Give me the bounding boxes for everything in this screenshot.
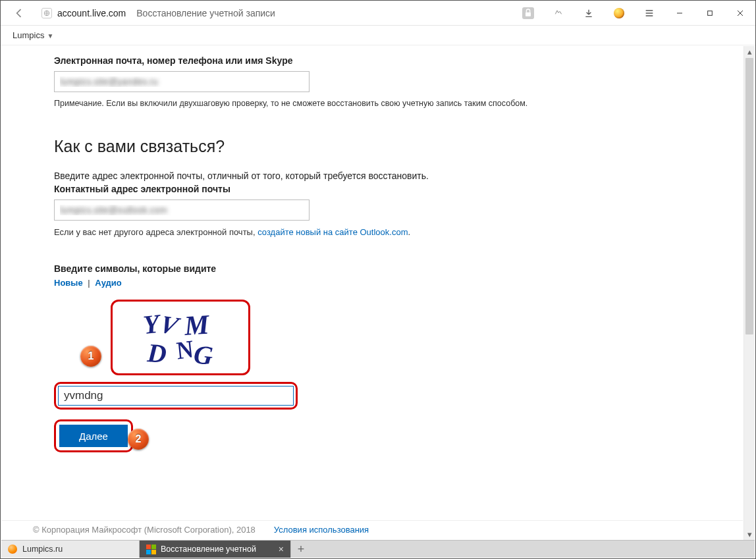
address-bar[interactable]: account.live.com Восстановление учетной … <box>38 8 513 18</box>
tab-strip: Lumpics.ru Восстановление учетной × + <box>1 540 755 558</box>
site-identity-icon <box>41 8 52 18</box>
menu-icon[interactable] <box>634 1 664 26</box>
svg-text:V: V <box>157 310 184 339</box>
bookmark-folder[interactable]: Lumpics▼ <box>13 30 53 40</box>
tab-label: Lumpics.ru <box>22 545 63 554</box>
scroll-up-icon[interactable]: ▴ <box>744 46 755 57</box>
page-viewport: Электронная почта, номер телефона или им… <box>1 46 755 540</box>
bookmarks-bar: Lumpics▼ <box>1 26 755 45</box>
no-email-prefix: Если у вас нет другого адреса электронно… <box>54 227 257 237</box>
extension-icon[interactable] <box>604 1 634 26</box>
tab-favicon-ms-icon <box>146 545 155 554</box>
annotation-badge-2: 2 <box>128 429 149 450</box>
next-button[interactable]: Далее <box>59 425 128 447</box>
tab-favicon-orange-icon <box>8 545 17 554</box>
separator: | <box>88 278 90 288</box>
svg-text:D: D <box>146 338 167 369</box>
email-input[interactable] <box>54 71 310 92</box>
tab-label: Восстановление учетной <box>161 545 256 554</box>
next-button-frame: Далее <box>54 419 133 452</box>
tab-lumpics[interactable]: Lumpics.ru <box>1 541 140 558</box>
captcha-new-link[interactable]: Новые <box>54 278 83 288</box>
create-outlook-link[interactable]: создайте новый на сайте Outlook.com <box>257 227 408 237</box>
email-label: Электронная почта, номер телефона или им… <box>54 55 743 66</box>
browser-titlebar: account.live.com Восстановление учетной … <box>1 1 755 26</box>
copyright-text: © Корпорация Майкрософт (Microsoft Corpo… <box>33 525 256 535</box>
captcha-input[interactable] <box>58 386 294 406</box>
page-content: Электронная почта, номер телефона или им… <box>1 46 743 540</box>
minimize-button[interactable] <box>664 1 695 26</box>
captcha-block: Y V M D N G 1 Далее 2 <box>54 300 743 464</box>
annotation-badge-1: 1 <box>80 346 101 367</box>
svg-rect-2 <box>708 11 713 15</box>
no-email-text: Если у вас нет другого адреса электронно… <box>54 227 743 237</box>
contact-heading: Как с вами связаться? <box>54 137 743 156</box>
captcha-image: Y V M D N G <box>124 306 236 369</box>
contact-email-label: Контактный адрес электронной почты <box>54 184 743 194</box>
tab-close-icon[interactable]: × <box>279 544 284 554</box>
page-footer: © Корпорация Майкрософт (Microsoft Corpo… <box>1 520 743 540</box>
captcha-label: Введите символы, которые видите <box>54 263 743 274</box>
close-button[interactable] <box>725 1 755 26</box>
captcha-controls: Новые | Аудио <box>54 278 743 288</box>
svg-rect-1 <box>526 12 531 16</box>
downloads-icon[interactable] <box>574 1 604 26</box>
scrollbar-thumb[interactable] <box>745 58 753 334</box>
back-button[interactable] <box>1 7 38 20</box>
maximize-button[interactable] <box>695 1 725 26</box>
captcha-input-frame <box>54 382 298 410</box>
svg-text:G: G <box>192 339 215 369</box>
captcha-audio-link[interactable]: Аудио <box>95 278 121 288</box>
captcha-image-frame: Y V M D N G <box>111 300 250 375</box>
vertical-scrollbar[interactable]: ▴ ▾ <box>743 46 755 540</box>
url-title: Восстановление учетной записи <box>136 8 275 18</box>
tab-account-recovery[interactable]: Восстановление учетной × <box>140 541 291 558</box>
new-tab-button[interactable]: + <box>291 541 311 558</box>
url-host: account.live.com <box>57 8 126 18</box>
tableau-icon[interactable] <box>543 1 574 26</box>
scroll-down-icon[interactable]: ▾ <box>744 529 755 540</box>
security-indicator-icon[interactable] <box>513 1 543 26</box>
contact-desc: Введите адрес электронной почты, отличны… <box>54 171 743 181</box>
terms-link[interactable]: Условия использования <box>274 525 369 535</box>
contact-email-input[interactable] <box>54 200 310 221</box>
two-step-note: Примечание. Если вы включили двухшаговую… <box>54 99 743 108</box>
no-email-suffix: . <box>408 227 410 237</box>
